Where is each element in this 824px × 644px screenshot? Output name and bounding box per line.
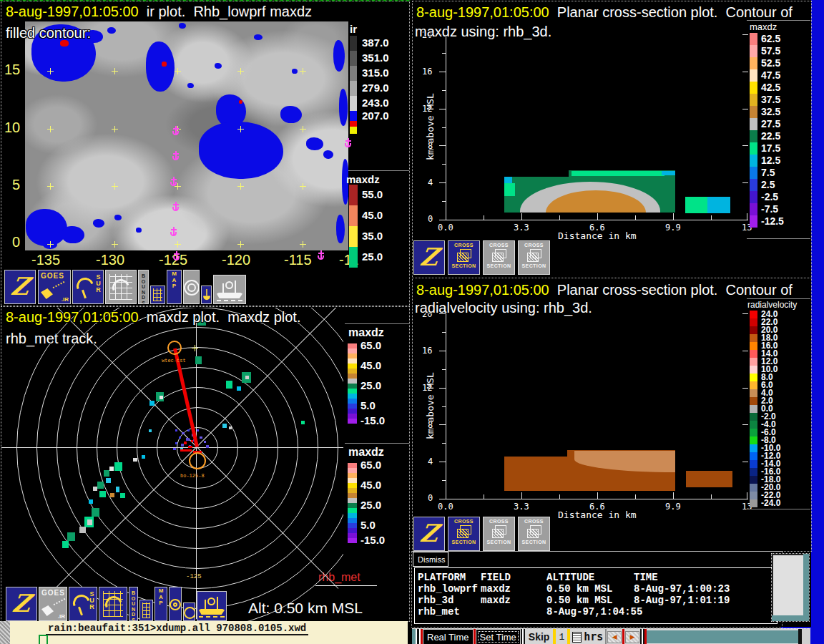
axis-tick (742, 424, 748, 425)
dismiss-button[interactable]: Dismiss (413, 552, 448, 567)
ir-panel-title: 8-aug-1997,01:05:00 ir plot. Rhb_lowprf … (6, 4, 312, 20)
xs2-cross-section-button-2[interactable]: CROSSSECTION (483, 517, 515, 551)
cross-section-plot-2[interactable] (446, 313, 748, 499)
xs1-zebra-button[interactable]: Z (413, 240, 445, 275)
altitude-readout: Alt: 0.50 km MSL (248, 600, 363, 617)
xs2-ytick: 0 (428, 493, 433, 503)
ir-colorbar-label: ir (350, 23, 357, 35)
range-rings-icon (170, 599, 181, 610)
xs1-xtick: 0.0 (438, 223, 453, 233)
map-button[interactable]: MAP (167, 270, 182, 304)
axis-tick (635, 494, 636, 499)
xs1-cross-section-button-active[interactable]: CROSSSECTION (448, 240, 480, 275)
ppi-zebra-button[interactable]: Z (6, 587, 37, 621)
legend-separator (747, 509, 810, 509)
goes-ir-button[interactable]: GOES.IR (38, 270, 71, 304)
ppi-goes-ir-button[interactable]: GOES.IR (39, 587, 67, 621)
ppi-radar-grid-button[interactable] (99, 587, 127, 621)
xs1-title: 8-aug-1997,01:05:00 Planar cross-section… (416, 4, 793, 21)
xs1-title-line2: maxdz using: rhb_3d. (415, 24, 551, 40)
ir-ytick: 0 (4, 234, 20, 250)
xs2-xtick: 9.9 (665, 502, 681, 512)
xs2-ytick: 8 (428, 420, 433, 430)
axis-tick (439, 499, 446, 499)
radar-grid-button[interactable] (105, 270, 137, 304)
ir-ytick: 10 (4, 119, 20, 136)
terminal-window[interactable]: rain:beaufait:351>xdump.all 970808.0105.… (10, 621, 408, 644)
xs1-cross-section-button-2[interactable]: CROSSSECTION (483, 240, 515, 275)
axis-tick (442, 480, 446, 481)
ppi-circle-button[interactable] (183, 602, 195, 621)
cube-icon (456, 249, 472, 262)
status-cell: 0.50 km MSL (546, 595, 612, 606)
status-cell: maxdz (481, 583, 511, 595)
range-rings-icon (184, 280, 200, 296)
small-grid-button[interactable] (150, 286, 165, 304)
axis-tick (742, 34, 748, 35)
axis-tick (439, 388, 446, 389)
axis-tick (742, 182, 748, 183)
xs2-zebra-button[interactable]: Z (413, 517, 445, 551)
terminal-prompt: rain:beaufait:351>xdump.all 970808.0105.… (46, 621, 308, 635)
satellite-image[interactable] (25, 21, 348, 250)
axis-tick (742, 462, 748, 462)
axis-tick (559, 215, 560, 220)
cube-icon (456, 525, 472, 538)
ppi-small-grid-button[interactable] (139, 600, 153, 621)
terminal-scrollbar[interactable] (0, 621, 10, 644)
zebra-logo-button[interactable]: Z (4, 270, 36, 304)
axis-tick (742, 145, 748, 146)
xs2-cross-section-button-active[interactable]: CROSSSECTION (448, 517, 480, 551)
terminal-cursor (39, 635, 48, 644)
axis-tick (446, 220, 748, 220)
xs1-ytick: 0 (428, 214, 433, 224)
status-cell: maxdz (481, 595, 511, 606)
cube-icon (491, 249, 507, 262)
cross-section-plot-1[interactable] (446, 34, 748, 220)
status-cell: rhb_3d (418, 595, 453, 606)
bounds-button[interactable]: BOUNDS (138, 270, 149, 304)
axis-tick (484, 494, 484, 499)
xs1-cross-section-button-3[interactable]: CROSSSECTION (518, 240, 550, 275)
xs2-cross-section-button-3[interactable]: CROSSSECTION (518, 517, 550, 551)
skip-value-field[interactable]: 1 (556, 632, 567, 643)
track-end-marker (189, 452, 206, 469)
ir-maxdz-colorbar-label: maxdz (346, 173, 380, 185)
ppi-map-button[interactable]: MAP (154, 587, 167, 621)
ppi-ship-button[interactable] (197, 591, 227, 621)
z-logo-icon: Z (413, 241, 445, 273)
axis-tick (747, 213, 747, 220)
axis-tick (442, 201, 446, 202)
set-time-button[interactable]: Set Time (476, 630, 520, 644)
sur-radar-button[interactable]: SUR (72, 270, 104, 304)
axis-tick (742, 313, 748, 314)
status-cell: rhb_met (418, 606, 460, 618)
axis-tick (442, 332, 446, 333)
axis-tick (439, 424, 446, 425)
ir-xtick: -120 (222, 252, 250, 268)
ppi-bounds-button[interactable]: BOUNDS (129, 587, 138, 621)
step-back-button[interactable]: ◀ (607, 631, 622, 643)
satellite-dish-icon (41, 288, 53, 299)
axis-tick (597, 213, 598, 220)
axis-tick (439, 72, 446, 72)
mini-window-surface (772, 554, 803, 615)
range-rings-button[interactable] (183, 270, 200, 304)
status-cell: 8-Aug-97,1:04:55 (546, 606, 642, 618)
axis-tick (439, 109, 446, 109)
real-time-button[interactable]: Real Time (423, 630, 473, 644)
axis-tick (742, 499, 748, 499)
skip-label: Skip (525, 631, 554, 643)
xs1-xtick: 9.9 (665, 223, 681, 233)
axis-tick (521, 213, 522, 220)
ppi-sur-radar-button[interactable]: SUR (69, 587, 97, 621)
buoy-button[interactable] (201, 286, 212, 304)
axis-tick (446, 492, 446, 499)
ppi-range-rings-button[interactable] (169, 587, 182, 621)
beam-icon (53, 281, 65, 288)
radar-ppi-display[interactable]: wtec-tst bo-125-8 -125 (1, 308, 343, 621)
step-forward-button[interactable]: ▶ (625, 631, 639, 643)
grid-icon (142, 602, 150, 618)
axis-tick (742, 220, 748, 220)
ship-button[interactable] (213, 275, 246, 304)
